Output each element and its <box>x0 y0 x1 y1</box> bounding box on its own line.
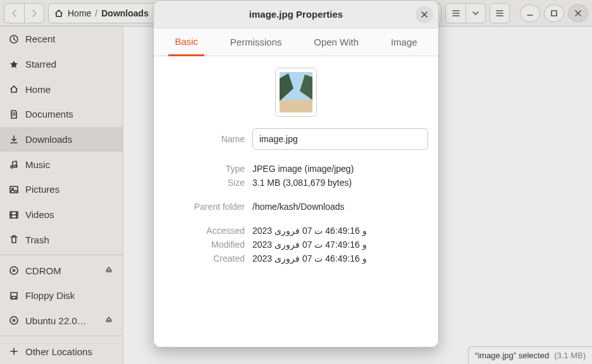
thumbnail-wrap <box>164 68 428 117</box>
row-created: Created و 46:49:16 ت 07 فروری 2023 <box>164 253 428 264</box>
label-accessed: Accessed <box>164 226 252 236</box>
row-modified: Modified و 47:49:16 ت 07 فروری 2023 <box>164 240 428 250</box>
value-parent: /home/kash/Downloads <box>252 202 428 212</box>
label-parent: Parent folder <box>164 202 252 212</box>
row-name: Name <box>164 128 428 150</box>
label-name: Name <box>164 134 252 144</box>
dialog-titlebar: image.jpg Properties <box>154 1 438 28</box>
value-modified: و 47:49:16 ت 07 فروری 2023 <box>252 240 428 250</box>
dialog-title: image.jpg Properties <box>249 9 343 20</box>
tab-basic[interactable]: Basic <box>168 29 204 56</box>
svg-rect-18 <box>280 100 312 112</box>
file-thumbnail <box>275 68 317 117</box>
name-input[interactable] <box>252 128 428 150</box>
photo-thumb-icon <box>280 72 312 112</box>
label-type: Type <box>164 164 252 174</box>
row-size: Size 3.1 MB (3,081,679 bytes) <box>164 178 428 188</box>
row-accessed: Accessed و 46:49:16 ت 07 فروری 2023 <box>164 226 428 236</box>
dialog-tabs: Basic Permissions Open With Image <box>154 28 438 56</box>
close-icon <box>419 9 429 20</box>
value-type: JPEG image (image/jpeg) <box>252 164 428 174</box>
label-created: Created <box>164 253 252 264</box>
properties-dialog: image.jpg Properties Basic Permissions O… <box>153 0 439 348</box>
value-accessed: و 46:49:16 ت 07 فروری 2023 <box>252 226 428 236</box>
label-size: Size <box>164 178 252 188</box>
dialog-close-button[interactable] <box>416 6 433 23</box>
dialog-body: Name Type JPEG image (image/jpeg) Size 3… <box>154 56 438 347</box>
value-size: 3.1 MB (3,081,679 bytes) <box>252 178 428 188</box>
row-type: Type JPEG image (image/jpeg) <box>164 164 428 174</box>
tab-permissions[interactable]: Permissions <box>224 28 288 56</box>
label-modified: Modified <box>164 240 252 250</box>
tab-open-with[interactable]: Open With <box>307 28 365 56</box>
tab-image[interactable]: Image <box>385 28 424 56</box>
row-parent: Parent folder /home/kash/Downloads <box>164 202 428 212</box>
value-created: و 46:49:16 ت 07 فروری 2023 <box>252 253 428 264</box>
